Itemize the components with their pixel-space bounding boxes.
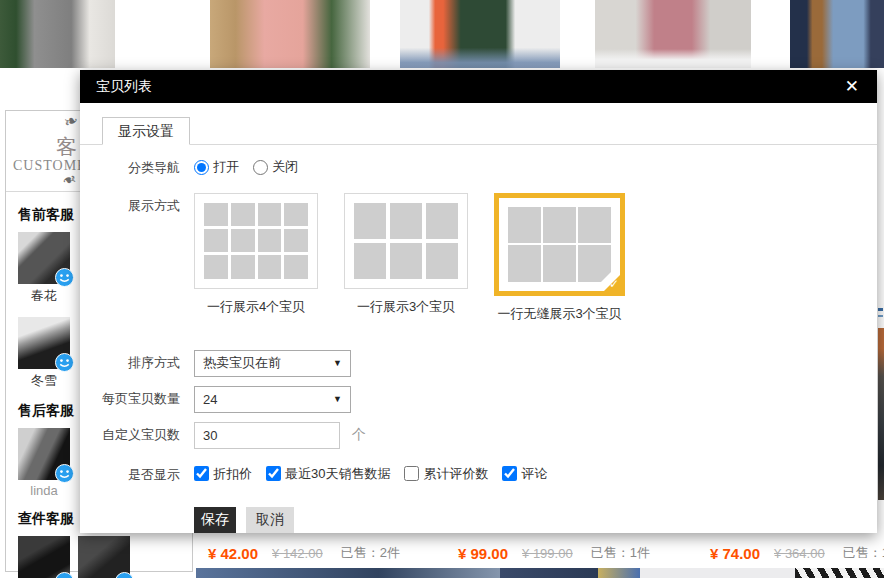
per-page-select[interactable]: 24 ▼ [194, 386, 351, 413]
grid-square [204, 255, 228, 278]
avatar[interactable] [18, 232, 70, 284]
checkbox-icon[interactable] [502, 466, 517, 481]
link-fragment [878, 308, 883, 311]
product-photo[interactable] [595, 0, 751, 68]
wangwang-badge-icon [55, 268, 74, 287]
member-name: 冬雪 [18, 372, 70, 390]
grid-square [284, 229, 308, 252]
page: ❧ ❧ 客 CUSTOMER 售前客服春花冬雪售后客服linda查件客服冰冰娜娜… [0, 0, 884, 578]
per-page-row: 每页宝贝数量 24 ▼ [80, 386, 877, 413]
display-mode-option[interactable]: 一行展示3个宝贝 [344, 193, 468, 316]
checkbox-icon[interactable] [194, 466, 209, 481]
settings-form: 分类导航 打开关闭 展示方式 一行展示4个宝贝一行展示3个宝贝✓一行无缝展示3个… [80, 145, 877, 533]
customer-service-member[interactable]: 冰冰 [12, 536, 72, 578]
sold-count: 已售：2件 [341, 544, 400, 562]
product-photo[interactable] [640, 568, 795, 578]
checkbox-icon[interactable] [404, 466, 419, 481]
product-list-settings-modal: 宝贝列表 ✕ 显示设置 分类导航 打开关闭 展示方式 一行展示4个宝贝一行展示3… [80, 70, 877, 533]
product-photo[interactable] [210, 0, 370, 68]
custom-count-input[interactable] [194, 422, 340, 449]
display-mode-options: 一行展示4个宝贝一行展示3个宝贝✓一行无缝展示3个宝贝 [194, 193, 651, 323]
grid-square [426, 203, 458, 239]
grid-square [543, 207, 576, 244]
layout-preview-card[interactable]: ✓ [494, 193, 625, 296]
discount-price: ¥ 99.00 [458, 545, 508, 562]
display-mode-label: 展示方式 [80, 197, 180, 215]
tab-bar: 显示设置 [80, 117, 877, 145]
product-price-group: ¥ 74.00¥ 364.00已售：1件 [710, 541, 884, 565]
display-mode-option[interactable]: 一行展示4个宝贝 [194, 193, 318, 316]
radio-icon[interactable] [253, 160, 268, 175]
avatar[interactable] [18, 317, 70, 369]
save-button[interactable]: 保存 [194, 507, 236, 533]
grid-square [390, 203, 422, 239]
per-page-label: 每页宝贝数量 [80, 390, 180, 408]
custom-count-label: 自定义宝贝数 [80, 426, 180, 444]
product-photo[interactable] [400, 0, 560, 68]
leaf-decoration-icon: ❧ [61, 111, 82, 134]
close-icon[interactable]: ✕ [845, 78, 859, 95]
per-page-select-value: 24 [203, 392, 217, 407]
layout-preview-grid [354, 203, 458, 279]
grid-square [508, 245, 541, 282]
sort-select[interactable]: 热卖宝贝在前 ▼ [194, 350, 351, 377]
tab-display-settings[interactable]: 显示设置 [102, 117, 190, 145]
product-photo[interactable] [598, 568, 640, 578]
layout-preview-grid [204, 203, 308, 279]
original-price: ¥ 364.00 [774, 546, 825, 561]
category-nav-row: 分类导航 打开关闭 [80, 158, 877, 179]
customer-service-member[interactable]: 冬雪 [12, 317, 72, 398]
grid-square [390, 243, 422, 279]
grid-square [258, 203, 282, 226]
radio-label: 打开 [213, 158, 239, 176]
customer-service-member[interactable]: linda [12, 428, 72, 506]
display-mode-caption: 一行展示3个宝贝 [344, 298, 468, 316]
grid-square [543, 245, 576, 282]
avatar[interactable] [78, 536, 130, 578]
member-name: 春花 [18, 287, 70, 305]
grid-square [508, 207, 541, 244]
customer-service-member[interactable]: 娜娜 [72, 536, 132, 578]
product-photo[interactable] [795, 568, 884, 578]
product-price-group: ¥ 42.00¥ 142.00已售：2件 [208, 541, 400, 565]
wangwang-badge-icon [55, 353, 74, 372]
layout-preview-card[interactable] [344, 193, 468, 289]
display-mode-row: 展示方式 一行展示4个宝贝一行展示3个宝贝✓一行无缝展示3个宝贝 [80, 193, 877, 323]
display-mode-caption: 一行展示4个宝贝 [194, 298, 318, 316]
checkbox-icon[interactable] [266, 466, 281, 481]
grid-square [426, 243, 458, 279]
product-price-group: ¥ 99.00¥ 199.00已售：1件 [458, 541, 650, 565]
category-nav-radio[interactable]: 打开 [194, 158, 239, 176]
product-photo[interactable] [0, 0, 115, 68]
product-photo[interactable] [790, 0, 884, 68]
show-option-checkbox[interactable]: 折扣价 [194, 465, 252, 483]
photo-fragment [878, 328, 884, 500]
avatar[interactable] [18, 428, 70, 480]
cancel-button[interactable]: 取消 [246, 507, 294, 533]
grid-square [258, 255, 282, 278]
checkbox-label: 折扣价 [213, 465, 252, 483]
avatar[interactable] [18, 536, 70, 578]
grid-square [231, 203, 255, 226]
display-mode-option[interactable]: ✓一行无缝展示3个宝贝 [494, 193, 625, 323]
page-edge-sliver [877, 103, 884, 533]
radio-icon[interactable] [194, 160, 209, 175]
category-nav-radio[interactable]: 关闭 [253, 158, 298, 176]
layout-preview-card[interactable] [194, 193, 318, 289]
wangwang-badge-icon [55, 572, 74, 578]
customer-service-member[interactable]: 春花 [12, 232, 72, 313]
show-option-checkbox[interactable]: 最近30天销售数据 [266, 465, 390, 483]
wangwang-badge-icon [115, 572, 134, 578]
grid-square [284, 203, 308, 226]
grid-square [354, 243, 386, 279]
show-option-checkbox[interactable]: 累计评价数 [404, 465, 488, 483]
grid-square [231, 255, 255, 278]
member-name: linda [18, 483, 70, 498]
show-option-checkbox[interactable]: 评论 [502, 465, 547, 483]
sold-count: 已售：1件 [843, 544, 884, 562]
product-photo[interactable] [196, 568, 500, 578]
logo-cn-text: 客 [56, 133, 77, 161]
chevron-down-icon: ▼ [333, 358, 342, 368]
show-options: 折扣价最近30天销售数据累计评价数评论 [194, 465, 561, 486]
product-photo[interactable] [500, 568, 598, 578]
